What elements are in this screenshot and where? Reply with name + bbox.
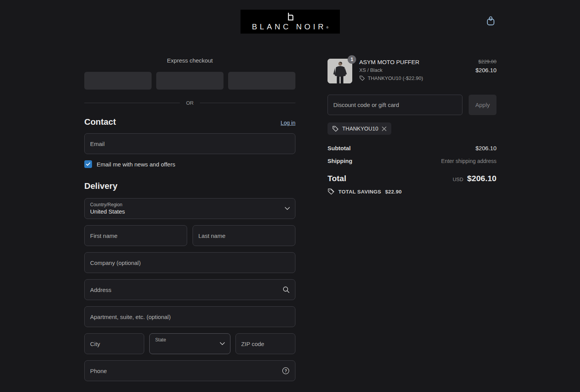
search-icon: [283, 286, 290, 293]
total-row: Total USD $206.10: [328, 174, 496, 183]
country-select[interactable]: Country/Region United States: [84, 198, 295, 219]
country-select-value: United States: [90, 208, 280, 215]
last-name-field: [193, 225, 295, 246]
total-savings-value: $22.90: [385, 189, 402, 195]
cart-button[interactable]: [483, 14, 498, 29]
company-input[interactable]: [85, 253, 295, 273]
applied-discount-chip: THANKYOU10: [328, 122, 391, 135]
close-icon[interactable]: [382, 126, 387, 131]
first-name-input[interactable]: [85, 226, 187, 246]
email-field: [84, 133, 295, 154]
zip-field: [235, 333, 295, 354]
price-current: $206.10: [476, 67, 496, 73]
newsletter-row: Email me with news and offers: [84, 160, 295, 168]
brand-name: BLANC NOIR®: [252, 22, 328, 31]
divider-line: [200, 103, 295, 103]
subtotal-value: $206.10: [476, 145, 496, 151]
newsletter-checkbox[interactable]: [84, 160, 92, 168]
currency-code: USD: [453, 176, 463, 182]
phone-field: ?: [84, 360, 295, 381]
subtotal-label: Subtotal: [328, 145, 351, 151]
chevron-down-icon: [220, 342, 225, 346]
order-summary: 1 ASYM MOTO PUFFER XS / Black THANKYOU10…: [328, 59, 496, 195]
brand-logo[interactable]: BLANC NOIR®: [241, 10, 340, 34]
or-divider-label: OR: [186, 100, 194, 106]
express-checkout-button-3[interactable]: [228, 72, 295, 90]
country-select-label: Country/Region: [90, 202, 280, 207]
subtotal-row: Subtotal $206.10: [328, 145, 496, 151]
first-name-field: [84, 225, 187, 246]
express-checkout-button-1[interactable]: [84, 72, 152, 90]
discount-code-field: [328, 95, 462, 115]
product-variant: XS / Black: [359, 67, 472, 73]
apply-button[interactable]: Apply: [469, 95, 496, 115]
login-link[interactable]: Log in: [281, 120, 295, 126]
tag-icon: [332, 126, 339, 132]
address-input[interactable]: [85, 280, 295, 300]
city-input[interactable]: [85, 334, 144, 354]
cart-line-item: 1 ASYM MOTO PUFFER XS / Black THANKYOU10…: [328, 59, 496, 83]
email-input[interactable]: [85, 134, 295, 154]
express-checkout-buttons: [84, 72, 295, 90]
chevron-down-icon: [285, 207, 290, 210]
line-item-discount: THANKYOU10 (-$22.90): [368, 75, 423, 81]
express-checkout-title: Express checkout: [84, 57, 295, 64]
discount-code-input[interactable]: [328, 95, 462, 115]
tag-icon: [359, 75, 365, 81]
applied-discount-code: THANKYOU10: [342, 126, 378, 132]
product-name: ASYM MOTO PUFFER: [359, 59, 472, 65]
apartment-field: [84, 306, 295, 327]
last-name-input[interactable]: [193, 226, 295, 246]
phone-input[interactable]: [85, 361, 295, 381]
shopping-bag-icon: [485, 15, 496, 28]
price-original: $229.00: [476, 59, 496, 64]
shipping-value: Enter shipping address: [441, 158, 496, 164]
address-field: [84, 279, 295, 300]
checkout-form-column: Express checkout OR Contact Log in Email…: [84, 57, 295, 387]
apartment-input[interactable]: [85, 307, 295, 327]
express-checkout-button-2[interactable]: [156, 72, 223, 90]
tags-icon: [328, 188, 334, 195]
svg-text:?: ?: [285, 368, 287, 373]
total-savings-row: TOTAL SAVINGS $22.90: [328, 188, 496, 195]
city-field: [84, 333, 144, 354]
contact-heading: Contact: [84, 117, 116, 127]
total-value: $206.10: [467, 174, 496, 183]
quantity-badge: 1: [348, 55, 356, 64]
divider-line: [84, 103, 180, 103]
help-icon[interactable]: ?: [282, 367, 290, 375]
or-divider: OR: [84, 100, 295, 106]
shipping-label: Shipping: [328, 158, 352, 164]
total-label: Total: [328, 174, 346, 183]
newsletter-label: Email me with news and offers: [97, 161, 175, 168]
zip-input[interactable]: [236, 334, 295, 354]
total-savings-label: TOTAL SAVINGS: [338, 189, 381, 195]
delivery-heading: Delivery: [84, 181, 118, 191]
brand-glyph-icon: [285, 12, 295, 21]
registered-mark: ®: [326, 26, 329, 29]
company-field: [84, 252, 295, 273]
discount-code-row: Apply: [328, 95, 496, 115]
state-select-label: State: [155, 337, 214, 343]
state-select[interactable]: State: [149, 333, 230, 354]
shipping-row: Shipping Enter shipping address: [328, 158, 496, 164]
checkmark-icon: [86, 162, 90, 166]
